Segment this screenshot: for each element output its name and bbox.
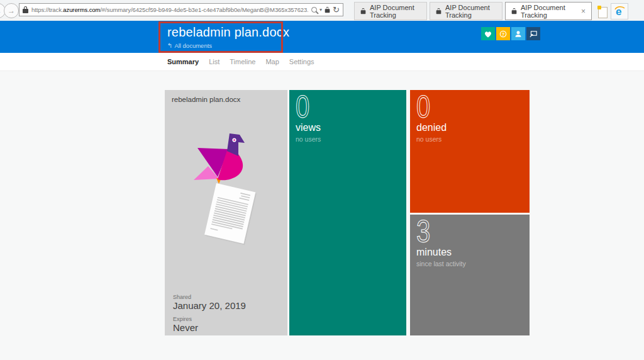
minutes-subtext: since last activity: [416, 260, 530, 267]
document-card: rebeladmin plan.docx: [165, 90, 287, 335]
denied-count: 0: [416, 93, 530, 121]
heart-icon: [484, 30, 492, 38]
views-count: 0: [296, 93, 406, 121]
contact-button[interactable]: [511, 27, 525, 40]
feedback-button[interactable]: [481, 27, 495, 40]
tab-lock-icon: [436, 8, 441, 14]
address-bar-icons: ▾ ↻: [311, 5, 340, 14]
https-lock-icon: [23, 6, 28, 13]
tab-settings[interactable]: Settings: [289, 58, 314, 65]
refresh-icon[interactable]: ↻: [333, 5, 340, 14]
origami-bird-illustration: [188, 132, 265, 256]
app-header: rebeladmin plan.docx ↰ All documents ?: [0, 21, 644, 53]
tab-lock-icon: [361, 8, 366, 14]
denied-tile[interactable]: 0 denied no users: [410, 90, 530, 213]
document-filename: rebeladmin plan.docx: [172, 96, 240, 103]
header-actions: ?: [481, 27, 540, 40]
security-lock-icon: [325, 7, 330, 13]
tab-lock-icon: [512, 8, 517, 14]
help-icon: ?: [499, 30, 508, 38]
url-text: https://track.azurerms.com/#/summary/642…: [31, 6, 308, 13]
views-subtext: no users: [296, 135, 406, 143]
annotation-highlight-box: [158, 21, 283, 53]
help-button[interactable]: ?: [496, 27, 510, 40]
expires-value: Never: [173, 322, 198, 333]
minutes-tile[interactable]: 3 minutes since last activity: [410, 215, 530, 335]
screen: ← → https://track.azurerms.com/#/summary…: [0, 0, 644, 360]
address-bar[interactable]: https://track.azurerms.com/#/summary/642…: [19, 3, 343, 16]
internet-explorer-icon: e: [613, 5, 626, 18]
back-arrow-icon: ←: [0, 7, 2, 14]
present-screen-button[interactable]: [526, 27, 540, 40]
tab-map[interactable]: Map: [265, 58, 279, 65]
minutes-label: minutes: [416, 247, 530, 258]
person-icon: [514, 30, 523, 38]
views-tile[interactable]: 0 views no users: [289, 90, 406, 335]
browser-tab-1[interactable]: AIP Document Tracking: [354, 2, 427, 20]
search-icon[interactable]: [311, 7, 317, 13]
screen-share-icon: [529, 30, 538, 38]
denied-subtext: no users: [416, 135, 530, 143]
ie-logo-button[interactable]: e: [611, 3, 628, 20]
denied-label: denied: [416, 122, 530, 133]
tab-label: AIP Document Tracking: [521, 4, 574, 19]
browser-forward-button[interactable]: →: [4, 3, 19, 18]
forward-arrow-icon: →: [8, 7, 15, 14]
minutes-count: 3: [416, 217, 530, 246]
document-paper: [204, 183, 255, 244]
expires-label: Expires: [173, 316, 192, 322]
tab-label: AIP Document Tracking: [370, 4, 421, 19]
browser-tab-2[interactable]: AIP Document Tracking: [430, 2, 502, 20]
tab-list[interactable]: List: [209, 58, 219, 65]
tab-summary[interactable]: Summary: [167, 58, 199, 65]
page-nav: Summary List Timeline Map Settings: [0, 53, 644, 70]
shared-label: Shared: [173, 294, 191, 300]
tab-label: AIP Document Tracking: [445, 4, 496, 19]
tab-timeline[interactable]: Timeline: [230, 58, 255, 65]
browser-chrome: ← → https://track.azurerms.com/#/summary…: [0, 0, 644, 21]
tab-close-icon[interactable]: ×: [577, 8, 586, 15]
views-label: views: [296, 122, 406, 133]
new-tab-button[interactable]: [598, 7, 608, 18]
browser-tab-3-active[interactable]: AIP Document Tracking ×: [505, 2, 592, 20]
main-content: rebeladmin plan.docx: [0, 70, 644, 360]
chevron-down-icon[interactable]: ▾: [319, 7, 322, 13]
svg-text:?: ?: [502, 31, 505, 37]
shared-date: January 20, 2019: [173, 300, 246, 311]
